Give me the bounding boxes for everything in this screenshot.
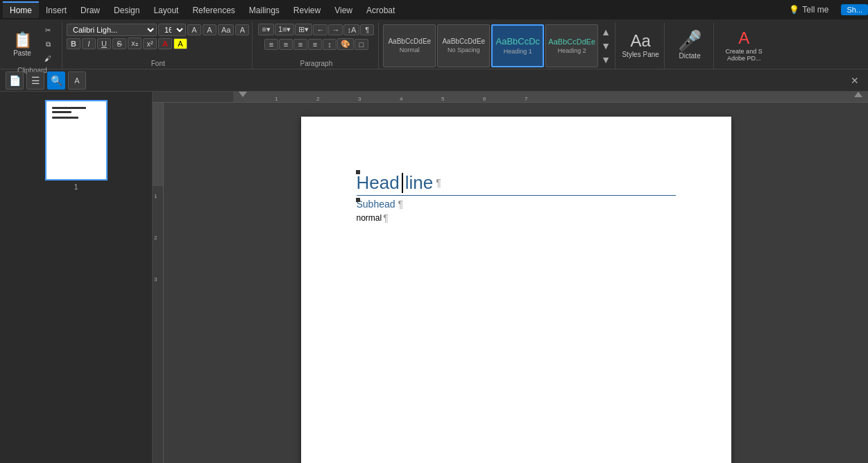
bold-button[interactable]: B [67, 38, 80, 49]
font-row-1: Calibri Ligh... 16 A A Aa A [67, 24, 249, 36]
doc-subhead[interactable]: Subhead ¶ [357, 199, 676, 210]
tab-home[interactable]: Home [3, 1, 39, 18]
thumb-line-3 [52, 117, 79, 119]
superscript-button[interactable]: x² [143, 38, 157, 49]
thumb-line-1 [52, 107, 86, 109]
tell-me-area: 💡 Tell me [782, 3, 835, 16]
paragraph-group-label: Paragraph [300, 60, 333, 67]
tab-layout[interactable]: Layout [146, 1, 185, 18]
tab-review[interactable]: Review [287, 1, 327, 18]
style-normal[interactable]: AaBbCcDdEe Normal [383, 24, 436, 67]
ruler-tick-4: 4 [400, 96, 402, 102]
doc-normal[interactable]: normal ¶ [357, 212, 676, 224]
thumbnail-panel: 1 [0, 92, 153, 463]
numbers-button[interactable]: 1≡▾ [275, 24, 295, 35]
align-left-button[interactable]: ≡ [264, 39, 278, 50]
tab-view[interactable]: View [327, 1, 359, 18]
line-spacing-button[interactable]: ↕ [323, 39, 337, 50]
copy-button[interactable]: ⧉ [38, 37, 58, 51]
tab-draw[interactable]: Draw [74, 1, 107, 18]
ribbon-tabs: Home Insert Draw Design Layout Reference… [0, 0, 868, 19]
ruler-tick-1: 1 [275, 96, 278, 102]
copy-icon: ⧉ [46, 40, 51, 49]
horizontal-ruler: 1 2 3 4 5 6 7 [153, 92, 868, 103]
shading-button[interactable]: 🎨 [337, 38, 354, 50]
ruler-right-indent[interactable] [854, 92, 862, 97]
subhead-pilcrow: ¶ [398, 199, 404, 210]
nav-pane: 📄 ☰ 🔍 A ✕ [0, 69, 868, 92]
ruler-left-indent[interactable] [239, 92, 247, 97]
style-heading1[interactable]: AaBbCcDc Heading 1 [491, 24, 544, 67]
borders-button[interactable]: □ [355, 39, 368, 50]
format-painter-button[interactable]: 🖌 [38, 52, 58, 65]
clear-formatting-button[interactable]: A [235, 24, 249, 35]
subscript-button[interactable]: x₂ [128, 37, 142, 49]
font-color-button[interactable]: A [158, 38, 172, 49]
increase-indent-button[interactable]: → [328, 24, 343, 35]
thumbnail-page-1[interactable]: 1 [6, 97, 146, 194]
font-row-2: B I U S x₂ x² A A [67, 37, 249, 49]
style-h2-label: Heading 2 [558, 47, 586, 54]
paste-button[interactable]: 📋 Paste [7, 27, 37, 62]
align-right-button[interactable]: ≡ [293, 39, 307, 50]
style-nospace-label: No Spacing [448, 47, 480, 53]
decrease-indent-button[interactable]: ← [313, 24, 327, 35]
tab-acrobat[interactable]: Acrobat [359, 1, 402, 18]
gallery-down-icon: ▼ [601, 41, 611, 51]
tab-insert[interactable]: Insert [39, 1, 74, 18]
v-ruler-tick-1: 1 [154, 193, 157, 199]
tell-me-label[interactable]: Tell me [802, 5, 828, 15]
font-size-selector[interactable]: 16 [158, 24, 186, 36]
bullets-button[interactable]: ≡▾ [258, 24, 273, 35]
sort-button[interactable]: ↕A [343, 24, 359, 35]
font-name-selector[interactable]: Calibri Ligh... [67, 24, 157, 36]
font-shrink-button[interactable]: A [203, 24, 216, 35]
normal-pilcrow: ¶ [383, 212, 389, 224]
tab-mailings[interactable]: Mailings [242, 1, 287, 18]
change-case-button[interactable]: Aa [218, 24, 234, 35]
style-normal-preview: AaBbCcDdEe [388, 37, 431, 45]
font-grow-button[interactable]: A [187, 24, 201, 35]
multilevel-button[interactable]: ⊞▾ [295, 24, 312, 35]
paste-label: Paste [13, 49, 31, 57]
ruler-tick-7: 7 [525, 96, 527, 102]
show-formatting-button[interactable]: ¶ [360, 24, 374, 35]
underline-button[interactable]: U [97, 38, 111, 49]
styles-gallery: AaBbCcDdEe Normal AaBbCcDdEe No Spacing … [380, 22, 615, 69]
dictate-group: 🎤 Dictate [666, 22, 714, 69]
doc-page: Headline ¶ Subhead ¶ normal ¶ [301, 117, 731, 463]
justify-button[interactable]: ≡ [308, 39, 322, 50]
gallery-up-icon: ▲ [601, 27, 611, 37]
strikethrough-button[interactable]: S [112, 38, 126, 49]
styles-pane-button[interactable]: Aa Styles Pane [621, 24, 660, 67]
thumbnail-image [45, 100, 108, 180]
tab-references[interactable]: References [185, 1, 241, 18]
ruler-tick-2: 2 [316, 96, 319, 102]
italic-button[interactable]: I [82, 38, 96, 49]
dictate-button[interactable]: 🎤 Dictate [670, 24, 709, 67]
style-heading2[interactable]: AaBbCcDdEe Heading 2 [545, 24, 598, 67]
nav-page-view-button[interactable]: 📄 [6, 71, 24, 90]
nav-close-button[interactable]: ✕ [847, 73, 862, 88]
nav-text-button[interactable]: A [68, 71, 86, 90]
doc-scroll[interactable]: Headline ¶ Subhead ¶ normal ¶ [164, 103, 868, 463]
nav-search-button[interactable]: 🔍 [47, 71, 65, 90]
share-button[interactable]: Sh... [841, 4, 868, 15]
styles-pane-label: Styles Pane [622, 51, 658, 58]
style-h2-preview: AaBbCcDdEe [548, 37, 595, 46]
paragraph-group: ≡▾ 1≡▾ ⊞▾ ← → ↕A ¶ ≡ ≡ ≡ ≡ ↕ 🎨 □ Paragra… [254, 22, 379, 69]
main-area: 1 1 2 3 4 5 6 7 [0, 92, 868, 463]
cut-icon: ✂ [45, 26, 51, 34]
normal-text: normal [357, 213, 382, 223]
gallery-more-button[interactable]: ▲ ▼ ▼ [599, 24, 612, 67]
create-adobe-button[interactable]: A Create and S Adobe PD... [720, 24, 768, 67]
style-no-spacing[interactable]: AaBbCcDdEe No Spacing [437, 24, 490, 67]
cut-button[interactable]: ✂ [38, 24, 58, 37]
doc-headline[interactable]: Headline ¶ [357, 172, 676, 196]
text-cursor [402, 173, 403, 193]
align-center-button[interactable]: ≡ [279, 39, 293, 50]
tab-design[interactable]: Design [107, 1, 146, 18]
highlight-button[interactable]: A [173, 38, 187, 49]
nav-outline-view-button[interactable]: ☰ [26, 71, 44, 90]
ribbon-toolbar: 📋 Paste ✂ ⧉ 🖌 Clipboard Calibri Ligh... [0, 19, 868, 69]
